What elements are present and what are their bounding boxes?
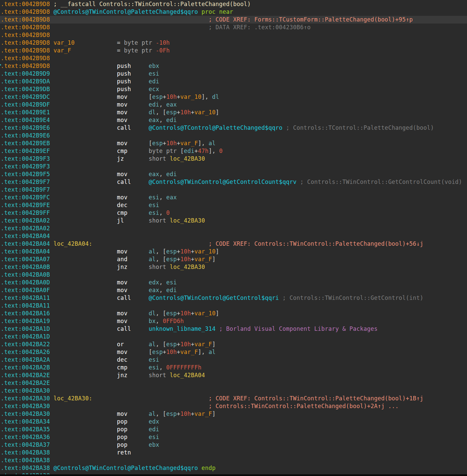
- function-name[interactable]: @Controls@TWinControl@PaletteChanged$qqr…: [53, 465, 198, 471]
- address[interactable]: .text:0042B9DB: [1, 86, 50, 92]
- address[interactable]: .text:0042B9DA: [1, 78, 50, 85]
- asm-line[interactable]: .text:0042B9D8 ; CODE XREF: Forms::TCust…: [0, 16, 467, 24]
- address[interactable]: .text:0042B9D8: [1, 63, 50, 69]
- asm-line[interactable]: .text:0042BA37 pop ebx: [0, 441, 467, 449]
- address[interactable]: .text:0042B9F3: [1, 155, 50, 162]
- asm-line[interactable]: .text:0042B9D8 var_F = byte ptr -0Fh: [0, 47, 467, 54]
- address[interactable]: .text:0042B9F5: [1, 171, 50, 177]
- asm-line[interactable]: .text:0042BA07 and al, [esp+10h+var_F]: [0, 255, 467, 263]
- asm-line[interactable]: .text:0042BA38: [0, 457, 467, 464]
- asm-line[interactable]: .text:0042BA11 call @Controls@TWinContro…: [0, 294, 467, 302]
- address[interactable]: .text:0042BA0B: [1, 264, 50, 270]
- asm-line[interactable]: .text:0042BA30 ; Controls::TWinControl::…: [0, 402, 467, 410]
- asm-line[interactable]: .text:0042B9F3: [0, 163, 467, 170]
- address[interactable]: .text:0042B9E6: [1, 124, 50, 131]
- address[interactable]: .text:0042BA35: [1, 426, 50, 433]
- asm-line[interactable]: .text:0042B9F5 mov eax, edi: [0, 170, 467, 178]
- address[interactable]: .text:0042B9D8: [1, 1, 50, 7]
- asm-line[interactable]: .text:0042BA1D call unknown_libname_314 …: [0, 325, 467, 333]
- asm-line[interactable]: .text:0042BA22 or al, [esp+10h+var_F]: [0, 341, 467, 348]
- address[interactable]: .text:0042BA04: [1, 248, 50, 255]
- asm-line[interactable]: .text:0042BA2A dec esi: [0, 356, 467, 364]
- address[interactable]: .text:0042BA22: [1, 341, 50, 348]
- address[interactable]: .text:0042B9D8: [1, 16, 50, 23]
- asm-line[interactable]: .text:0042BA04: [0, 232, 467, 240]
- asm-line[interactable]: .text:0042BA36 pop esi: [0, 433, 467, 441]
- code-label[interactable]: loc_42BA30: [170, 264, 205, 270]
- stack-var[interactable]: var_F: [195, 256, 212, 263]
- asm-line[interactable]: .text:0042BA38 @Controls@TWinControl@Pal…: [0, 464, 467, 472]
- address[interactable]: .text:0042B9D9: [1, 70, 50, 77]
- address[interactable]: .text:0042B9FE: [1, 202, 50, 208]
- asm-line[interactable]: .text:0042BA30 mov al, [esp+10h+var_F]: [0, 410, 467, 418]
- address[interactable]: .text:0042BA26: [1, 349, 50, 355]
- address[interactable]: .text:0042BA2E: [1, 380, 50, 386]
- address[interactable]: .text:0042B9D8: [1, 39, 50, 46]
- asm-line[interactable]: .text:0042B9F7: [0, 186, 467, 194]
- function-name[interactable]: @Controls@TWinControl@PaletteChanged$qqr…: [53, 8, 198, 15]
- address[interactable]: .text:0042B9D8: [1, 8, 50, 15]
- code-label[interactable]: loc_42BA30: [170, 155, 205, 162]
- asm-line[interactable]: .text:0042B9EB mov [esp+10h+var_F], al: [0, 140, 467, 147]
- stack-var[interactable]: var_10: [195, 310, 216, 317]
- address[interactable]: .text:0042BA04: [1, 233, 50, 239]
- asm-line[interactable]: .text:0042BA02: [0, 225, 467, 232]
- asm-line[interactable]: .text:0042B9E1 mov dl, [esp+10h+var_10]: [0, 109, 467, 116]
- address[interactable]: .text:0042B9F7: [1, 178, 50, 185]
- asm-line[interactable]: .text:0042BA0D mov edx, esi: [0, 279, 467, 286]
- asm-line[interactable]: .text:0042B9F3 jz short loc_42BA30: [0, 155, 467, 163]
- function-name[interactable]: @Controls@TControl@PaletteChanged$qqro: [148, 124, 282, 131]
- function-name[interactable]: @Controls@TWinControl@GetControl$qqri: [148, 294, 279, 301]
- code-label[interactable]: loc_42BA04: [170, 372, 205, 379]
- address[interactable]: .text:0042B9DF: [1, 101, 50, 108]
- asm-line[interactable]: .text:0042B9E4 mov eax, edi: [0, 116, 467, 124]
- stack-var[interactable]: var_F: [180, 349, 198, 355]
- address[interactable]: .text:0042BA02: [1, 225, 50, 232]
- address[interactable]: .text:0042BA2E: [1, 372, 50, 379]
- address[interactable]: .text:0042BA19: [1, 318, 50, 324]
- address[interactable]: .text:0042BA36: [1, 434, 50, 440]
- asm-line[interactable]: .text:0042B9FC mov esi, eax: [0, 194, 467, 201]
- code-label[interactable]: loc_42BA30:: [53, 395, 92, 402]
- asm-line[interactable]: .text:0042B9FF cmp esi, 0: [0, 209, 467, 217]
- xref-comment[interactable]: ; CODE XREF: Controls::TWinControl::Pale…: [209, 240, 424, 247]
- asm-line[interactable]: .text:0042B9D8: [0, 54, 467, 62]
- address[interactable]: .text:0042BA38: [1, 449, 50, 456]
- address[interactable]: .text:0042BA11: [1, 302, 50, 309]
- asm-line[interactable]: .text:0042BA1D: [0, 333, 467, 341]
- address[interactable]: .text:0042BA0B: [1, 271, 50, 278]
- asm-line[interactable]: .text:0042BA2E jnz short loc_42BA04: [0, 371, 467, 379]
- address[interactable]: .text:0042BA0D: [1, 279, 50, 286]
- asm-line[interactable]: .text:0042BA2E: [0, 379, 467, 387]
- address[interactable]: .text:0042B9D8: [1, 55, 50, 62]
- asm-line[interactable]: .text:0042B9D8: [0, 31, 467, 39]
- address[interactable]: .text:0042BA30: [1, 395, 50, 402]
- code-label[interactable]: loc_42BA30: [170, 217, 205, 224]
- asm-line[interactable]: .text:0042B9EF cmp byte ptr [edi+47h], 0: [0, 147, 467, 155]
- asm-line[interactable]: .text:0042BA26 mov [esp+10h+var_F], al: [0, 348, 467, 356]
- stack-var[interactable]: var_10: [195, 109, 216, 116]
- address[interactable]: .text:0042B9E4: [1, 117, 50, 123]
- address[interactable]: .text:0042BA02: [1, 217, 50, 224]
- asm-line[interactable]: .text:0042B9DC mov [esp+10h+var_10], dl: [0, 93, 467, 101]
- stack-var[interactable]: var_10: [180, 93, 202, 100]
- address[interactable]: .text:0042BA30: [1, 410, 50, 417]
- address[interactable]: .text:0042BA30: [1, 387, 50, 394]
- asm-line[interactable]: .text:0042BA0B jnz short loc_42BA30: [0, 263, 467, 271]
- address[interactable]: .text:0042BA2A: [1, 356, 50, 363]
- stack-var[interactable]: var_10: [53, 39, 75, 46]
- address[interactable]: .text:0042B9F7: [1, 186, 50, 193]
- address[interactable]: .text:0042BA34: [1, 418, 50, 425]
- asm-line[interactable]: .text:0042BA0F mov eax, edi: [0, 286, 467, 294]
- address[interactable]: .text:0042B9FC: [1, 194, 50, 201]
- address[interactable]: .text:0042B9FF: [1, 209, 50, 216]
- asm-line[interactable]: .text:0042BA2B cmp esi, 0FFFFFFFFh: [0, 364, 467, 371]
- stack-var[interactable]: var_F: [195, 341, 212, 348]
- asm-line[interactable]: .text:0042BA11: [0, 302, 467, 310]
- asm-line[interactable]: .text:0042B9D8 ; DATA XREF: .text:004230…: [0, 24, 467, 31]
- disassembly-listing[interactable]: .text:0042B9D8 ; __fastcall Controls::TW…: [0, 0, 467, 476]
- xref-comment[interactable]: ; Controls::TWinControl::PaletteChanged(…: [209, 403, 399, 409]
- asm-line[interactable]: .text:0042BA30: [0, 387, 467, 395]
- address[interactable]: .text:0042B9D8: [1, 24, 50, 31]
- asm-line[interactable]: .text:0042B9DA push edi: [0, 78, 467, 85]
